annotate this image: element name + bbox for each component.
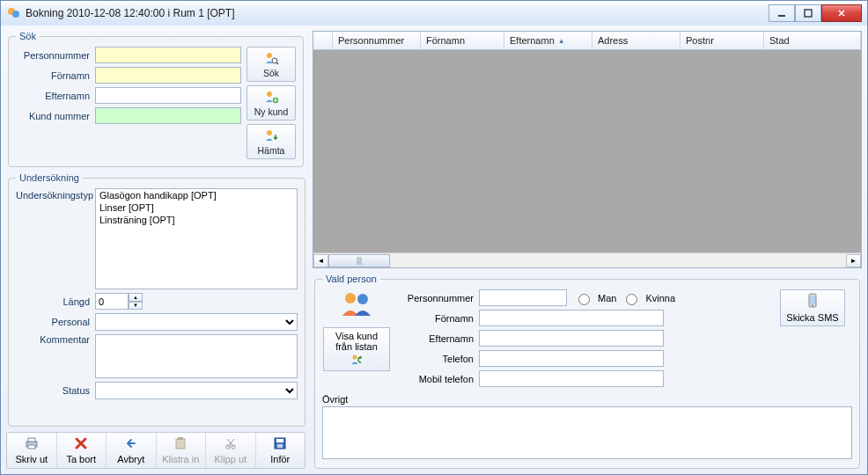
undersokningstyp-list[interactable]: Glasögon handikapp [OPT] Linser [OPT] Li… [95,188,298,289]
svg-line-6 [276,62,278,64]
v-telefon-input[interactable] [479,350,664,367]
col-stad[interactable]: Stad [764,32,861,49]
vald-legend: Vald person [322,274,380,284]
sort-asc-icon: ▲ [558,37,565,45]
table-header: Personnummer Förnamn Efternamn ▲ Adress … [313,32,861,50]
svg-point-20 [345,293,356,303]
status-select[interactable] [95,382,298,399]
langd-input[interactable] [95,293,129,310]
col-adress[interactable]: Adress [592,32,680,49]
scroll-right-arrow[interactable]: ► [846,254,861,267]
klistrain-label: Klistra in [162,454,199,464]
sms-label: Skicka SMS [786,312,838,323]
svg-rect-18 [276,439,283,442]
kvinna-label: Kvinna [645,293,675,303]
nykund-button[interactable]: Ny kund [246,85,296,121]
avbryt-button[interactable]: Avbryt [107,433,157,468]
skrivut-button[interactable]: Skriv ut [7,433,57,468]
klistrain-button[interactable]: Klistra in [157,433,207,468]
svg-rect-24 [810,296,815,303]
tabort-label: Ta bort [66,454,96,464]
v-personnummer-input[interactable] [479,289,567,306]
infor-label: Inför [270,454,290,464]
table-body[interactable] [313,50,861,252]
sok-buttons: Sök Ny kund Hämta [246,47,296,159]
scroll-thumb[interactable] [328,254,390,267]
col-efternamn[interactable]: Efternamn ▲ [504,32,592,49]
kommentar-textarea[interactable] [95,334,298,378]
kommentar-label: Kommentar [16,334,95,345]
svg-point-1 [12,11,19,18]
personal-select[interactable] [95,313,298,331]
table-check-column[interactable] [313,32,333,49]
undersokning-group: Undersökning Undersökningstyp Glasögon h… [8,172,305,427]
list-item[interactable]: Linser [OPT] [96,201,297,214]
col-efternamn-label: Efternamn [510,35,555,46]
v-efternamn-input[interactable] [479,330,664,347]
personnummer-label: Personnummer [16,50,95,61]
sok-group: Sök Personnummer Förnamn Efternamn [8,31,304,167]
svg-rect-19 [277,444,283,448]
nykund-button-label: Ny kund [254,106,289,117]
v-telefon-label: Telefon [400,354,479,364]
man-radio[interactable] [578,294,590,305]
scroll-track[interactable] [328,254,846,267]
window-title: Bokning 2010-12-08 12:40:00 i Rum 1 [OPT… [26,7,769,19]
maximize-button[interactable] [795,4,821,22]
spin-up[interactable]: ▲ [129,293,143,302]
svg-point-22 [353,355,357,360]
results-table[interactable]: Personnummer Förnamn Efternamn ▲ Adress … [313,31,862,268]
refresh-user-icon [326,354,387,368]
visa-kund-button[interactable]: Visa kund från listan [323,327,390,371]
col-personnummer[interactable]: Personnummer [333,32,421,49]
visa-line1: Visa kund [326,331,387,341]
svg-rect-11 [28,438,35,442]
list-item[interactable]: Glasögon handikapp [OPT] [96,189,297,201]
personnummer-input[interactable] [95,47,241,63]
list-item[interactable]: Linsträning [OPT] [96,214,297,226]
vald-left: Visa kund från listan [322,289,391,391]
col-fornamn[interactable]: Förnamn [421,32,504,49]
horizontal-scrollbar[interactable]: ◄ ► [313,252,861,267]
efternamn-input[interactable] [95,87,241,104]
window-controls [769,4,862,22]
visa-line2: från listan [326,341,387,352]
cut-icon [224,436,238,452]
col-postnr[interactable]: Postnr [680,32,764,49]
close-button[interactable] [821,4,862,22]
infor-button[interactable]: Inför [256,433,305,468]
ovrigt-label: Övrigt [322,394,852,405]
v-fornamn-label: Förnamn [400,313,479,324]
v-personnummer-label: Personnummer [400,293,479,303]
avbryt-label: Avbryt [117,454,144,464]
tabort-button[interactable]: Ta bort [57,433,107,468]
svg-point-7 [267,91,272,97]
sok-button[interactable]: Sök [246,47,296,82]
print-icon [24,436,40,452]
langd-spinner[interactable]: ▲▼ [95,293,143,310]
svg-rect-2 [778,15,785,17]
svg-rect-14 [178,437,183,440]
right-column: Personnummer Förnamn Efternamn ▲ Adress … [313,31,862,469]
action-toolbar: Skriv ut Ta bort Avbryt Klistra in Klipp… [6,432,305,469]
save-icon [273,436,287,452]
klipput-button[interactable]: Klipp ut [206,433,256,468]
ovrigt-textarea[interactable] [322,406,852,459]
minimize-button[interactable] [769,4,795,22]
klipput-label: Klipp ut [214,454,246,464]
fornamn-input[interactable] [95,67,241,84]
skicka-sms-button[interactable]: Skicka SMS [780,289,845,326]
scroll-left-arrow[interactable]: ◄ [313,254,328,267]
v-fornamn-input[interactable] [479,310,664,326]
svg-point-21 [357,294,368,304]
booking-window: Bokning 2010-12-08 12:40:00 i Rum 1 [OPT… [0,0,868,475]
people-icon [338,289,375,324]
spin-down[interactable]: ▼ [129,302,143,311]
svg-rect-3 [805,10,812,17]
v-mobil-input[interactable] [479,370,664,387]
back-icon [124,436,138,452]
hamta-button[interactable]: Hämta [246,124,296,159]
efternamn-label: Efternamn [16,91,95,101]
kvinna-radio[interactable] [626,294,637,305]
kundnummer-input[interactable] [95,107,241,124]
